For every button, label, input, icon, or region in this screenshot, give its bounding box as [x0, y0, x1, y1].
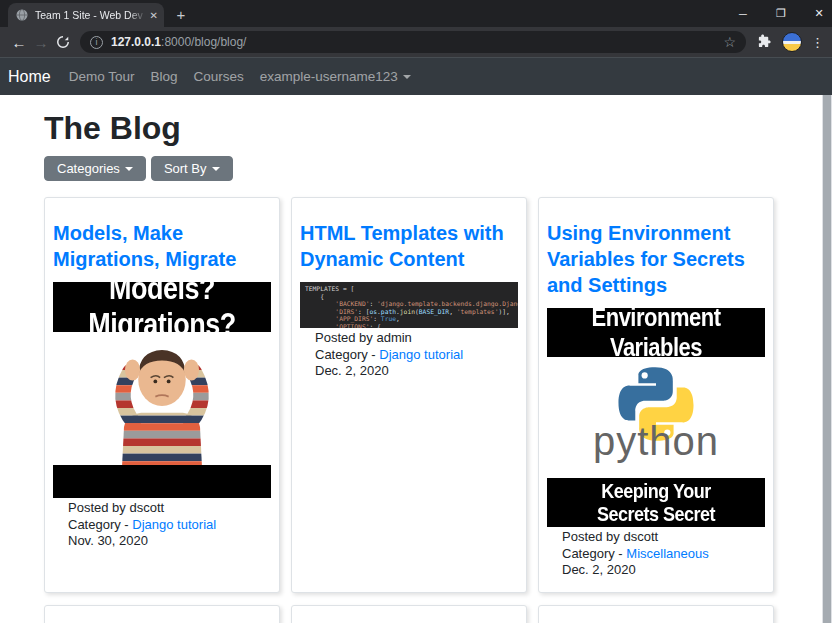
python-wordmark: python: [593, 419, 719, 464]
post-image: Models? Migrations?: [53, 282, 271, 498]
category-link[interactable]: Django tutorial: [379, 347, 463, 362]
page-title: The Blog: [44, 95, 774, 147]
new-tab-button[interactable]: +: [172, 6, 190, 24]
chevron-down-icon: [403, 75, 411, 79]
post-title-link[interactable]: HTML Templates with Dynamic Content: [300, 220, 518, 272]
window-close-button[interactable]: ✕: [812, 7, 826, 20]
site-navbar: Home Demo Tour Blog Courses example-user…: [0, 57, 832, 95]
category-link[interactable]: Django tutorial: [132, 517, 216, 532]
profile-avatar[interactable]: [782, 32, 802, 52]
post-card: HTML Templates with Dynamic Content TEMP…: [291, 197, 527, 593]
user-dropdown[interactable]: example-username123: [260, 69, 411, 84]
navbar-brand-home[interactable]: Home: [8, 68, 51, 86]
settings-code-screenshot: TEMPLATES = [ { 'BACKEND': 'django.templ…: [300, 282, 518, 328]
page-info-icon[interactable]: i: [90, 36, 103, 49]
browser-window: Team 1 Site - Web Dev with Djan ✕ + ─ ❐ …: [0, 0, 832, 623]
post-date: Nov. 30, 2020: [68, 533, 271, 550]
post-date: Dec. 2, 2020: [562, 562, 765, 579]
categories-dropdown-button[interactable]: Categories: [44, 156, 146, 181]
extensions-puzzle-icon[interactable]: [757, 33, 772, 52]
keeping-secrets-banner: Keeping Your Secrets Secret: [547, 478, 765, 527]
page-viewport: The Blog Categories Sort By Models, Make…: [0, 95, 832, 623]
url-host: 127.0.0.1: [111, 35, 161, 49]
post-card: [44, 605, 280, 623]
bookmark-star-icon[interactable]: ☆: [723, 34, 736, 50]
user-dropdown-label: example-username123: [260, 69, 398, 84]
back-button[interactable]: ←: [8, 34, 30, 51]
post-image: Environment Variables python: [547, 308, 765, 527]
nav-link-demo-tour[interactable]: Demo Tour: [69, 69, 135, 84]
post-card: [538, 605, 774, 623]
nav-link-courses[interactable]: Courses: [194, 69, 244, 84]
url-path: :8000/blog/blog/: [161, 35, 246, 49]
browser-tab[interactable]: Team 1 Site - Web Dev with Djan ✕: [8, 3, 164, 27]
browser-menu-kebab-icon[interactable]: ⋮: [811, 35, 824, 50]
post-title-link[interactable]: Models, Make Migrations, Migrate: [53, 220, 271, 272]
posted-by: Posted by admin: [315, 330, 518, 347]
category-line: Category - Miscellaneous: [562, 546, 765, 563]
category-line: Category - Django tutorial: [315, 347, 518, 364]
models-migrations-banner: Models? Migrations?: [53, 282, 271, 332]
category-link[interactable]: Miscellaneous: [626, 546, 708, 561]
python-logo: python: [547, 357, 765, 478]
post-date: Dec. 2, 2020: [315, 363, 518, 380]
image-black-bar: [53, 465, 271, 498]
confused-kid-photo: [53, 332, 271, 465]
post-card: Models, Make Migrations, Migrate Models?…: [44, 197, 280, 593]
browser-tab-strip: Team 1 Site - Web Dev with Djan ✕ + ─ ❐ …: [0, 0, 832, 27]
browser-toolbar: ← → i 127.0.0.1:8000/blog/blog/ ☆ ⋮: [0, 27, 832, 57]
window-maximize-button[interactable]: ❐: [774, 7, 788, 20]
post-card: [291, 605, 527, 623]
site-favicon-globe-icon: [16, 9, 28, 21]
tab-title: Team 1 Site - Web Dev with Djan: [35, 9, 146, 21]
categories-label: Categories: [57, 161, 120, 176]
sort-by-dropdown-button[interactable]: Sort By: [151, 156, 233, 181]
chevron-down-icon: [125, 167, 133, 171]
sort-by-label: Sort By: [164, 161, 207, 176]
page-scrollbar[interactable]: [822, 95, 832, 623]
reload-button[interactable]: [52, 35, 74, 49]
posted-by: Posted by dscott: [562, 529, 765, 546]
post-title-link[interactable]: Using Environment Variables for Secrets …: [547, 220, 765, 298]
posted-by: Posted by dscott: [68, 500, 271, 517]
post-card: Using Environment Variables for Secrets …: [538, 197, 774, 593]
url-text[interactable]: 127.0.0.1:8000/blog/blog/: [111, 35, 723, 49]
chevron-down-icon: [212, 167, 220, 171]
nav-link-blog[interactable]: Blog: [150, 69, 177, 84]
tab-close-icon[interactable]: ✕: [150, 10, 158, 21]
environment-variables-banner: Environment Variables: [547, 308, 765, 357]
address-bar[interactable]: i 127.0.0.1:8000/blog/blog/ ☆: [80, 31, 746, 53]
forward-button: →: [30, 34, 52, 51]
window-minimize-button[interactable]: ─: [736, 8, 750, 20]
category-line: Category - Django tutorial: [68, 517, 271, 534]
scrollbar-thumb[interactable]: [823, 95, 831, 623]
